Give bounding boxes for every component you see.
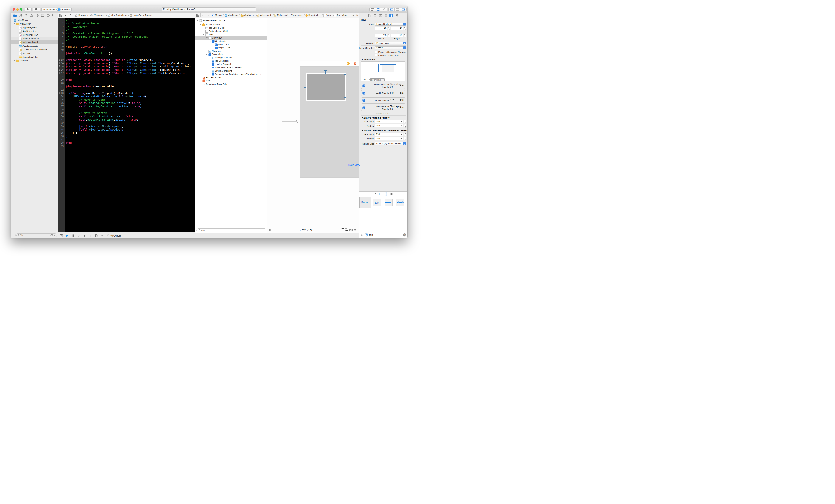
svg-text:1: 1 xyxy=(355,63,356,64)
svg-text:PLIST: PLIST xyxy=(20,54,21,55)
svg-text:h: h xyxy=(20,34,21,36)
svg-text:h: h xyxy=(20,27,21,29)
svg-text:m: m xyxy=(20,31,21,33)
svg-text:m: m xyxy=(108,15,109,16)
svg-text:?: ? xyxy=(374,15,375,16)
svg-text:1: 1 xyxy=(204,77,205,79)
svg-text:m: m xyxy=(20,38,21,40)
svg-text:B: B xyxy=(209,50,210,52)
